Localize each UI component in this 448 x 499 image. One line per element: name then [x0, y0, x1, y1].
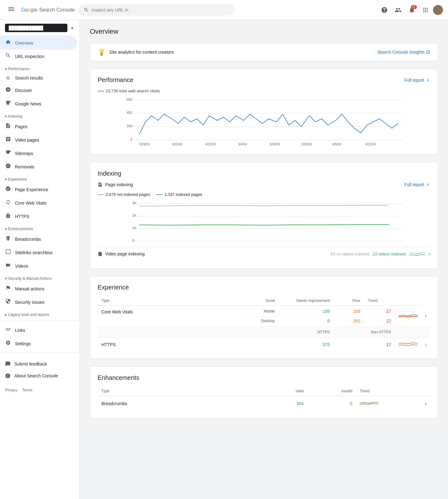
section-security[interactable]: ▾ Security & Manual Actions — [0, 273, 80, 282]
section-legacy[interactable]: ▸ Legacy tools and reports — [0, 309, 80, 318]
sidebar-item-https[interactable]: HTTPS — [0, 210, 77, 223]
indexing-chart: 3K 2K 1K 0 4/2/24 — [98, 201, 430, 244]
search-console-insights-link[interactable]: Search Console Insights — [377, 50, 430, 55]
sidebar-item-links[interactable]: Links — [0, 323, 77, 337]
svg-text:6/18/24: 6/18/24 — [357, 244, 368, 244]
help-button[interactable] — [378, 4, 391, 16]
url-search-bar[interactable] — [78, 4, 234, 16]
table-row: Breadcrumbs 364 0 — [98, 396, 430, 411]
desktop-good-cell: 0 — [279, 317, 334, 327]
enhancements-table-body: Breadcrumbs 364 0 — [98, 396, 430, 411]
no-videos-stat: 53 no videos indexed — [331, 252, 369, 256]
videos-enh-icon — [5, 262, 11, 269]
terms-link[interactable]: Terms — [22, 388, 32, 392]
performance-header: Performance Full report — [98, 76, 430, 84]
sidebar-item-google-news[interactable]: Google News — [0, 97, 77, 110]
https-poor-cell: 17 — [334, 338, 395, 351]
experience-table-head: Type Good Needs improvement Poor Trend — [98, 296, 430, 306]
page-index-icon — [98, 182, 103, 187]
core-web-vitals-label: Core Web Vitals — [15, 201, 46, 206]
overview-label: Overview — [15, 41, 33, 46]
topbar-icons: 97 — [378, 4, 443, 16]
cwv-trend-cell — [395, 306, 421, 327]
desktop-poor-val: 22 — [386, 318, 391, 323]
cwv-arrow-cell[interactable]: › — [421, 306, 430, 327]
sidebar-item-video-pages[interactable]: Video pages — [0, 133, 77, 147]
https-good-cell: 575 — [241, 338, 334, 351]
mobile-poor-cell: 27 — [364, 306, 395, 317]
https-arrow-cell[interactable]: › — [421, 338, 430, 351]
url-search-input[interactable] — [92, 7, 229, 12]
sidebar-item-removals[interactable]: Removals — [0, 160, 77, 173]
google-apps-button[interactable] — [419, 4, 432, 16]
submit-feedback-button[interactable]: Submit feedback — [5, 358, 75, 370]
property-label[interactable]: ████████████ — [5, 24, 67, 32]
video-trend-mini — [409, 251, 425, 257]
sidebar-item-discover[interactable]: Discover — [0, 84, 77, 97]
share-button[interactable] — [392, 4, 404, 16]
sidebar-item-page-experience[interactable]: Page Experience — [0, 183, 77, 196]
sitemaps-icon — [5, 150, 11, 157]
indexing-full-report-link[interactable]: Full report — [404, 182, 430, 187]
video-index-icon — [98, 251, 103, 256]
notifications-button[interactable]: 97 — [406, 4, 418, 16]
page-indexing-header: Page indexing Full report — [98, 182, 430, 187]
sidebar-item-breadcrumbs[interactable]: Breadcrumbs — [0, 232, 77, 246]
section-enhancements[interactable]: ▾ Enhancements — [0, 223, 80, 232]
video-indexing-arrow[interactable]: › — [429, 251, 430, 257]
svg-text:4/22/24: 4/22/24 — [205, 143, 216, 146]
svg-text:3/29/24: 3/29/24 — [139, 143, 150, 146]
cwv-trend-chart — [399, 312, 417, 319]
discover-label: Discover — [15, 88, 32, 93]
breadcrumbs-arrow-cell[interactable]: › — [421, 396, 430, 411]
performance-full-report-link[interactable]: Full report — [404, 78, 430, 83]
trend-header: Trend — [364, 296, 395, 306]
section-experience[interactable]: ▾ Experience — [0, 173, 80, 183]
sidebar-item-overview[interactable]: Overview — [0, 36, 77, 50]
chevron-performance: ▾ — [5, 67, 7, 71]
chevron-enhancements: ▾ — [5, 227, 7, 231]
mobile-sublabel: Mobile — [264, 309, 275, 313]
non-https-col-header: Non HTTPS — [334, 327, 395, 338]
performance-chart-svg: 600 400 200 0 3/29/24 4/10/24 4/22/24 5/… — [98, 97, 430, 147]
about-search-console-button[interactable]: About Search Console — [5, 370, 75, 382]
sidebar-item-pages[interactable]: Pages — [0, 120, 77, 133]
performance-legend-label: 23,730 total web search clicks — [106, 89, 160, 93]
breadcrumbs-arrow[interactable]: › — [425, 401, 426, 406]
user-avatar[interactable] — [433, 5, 443, 15]
menu-icon[interactable] — [5, 3, 17, 17]
section-indexing[interactable]: ▾ Indexing — [0, 110, 80, 120]
sidebar-item-url-inspection[interactable]: URL inspection — [0, 50, 77, 63]
experience-header-row: Type Good Needs improvement Poor Trend — [98, 296, 430, 306]
external-link-icon — [426, 50, 430, 54]
privacy-link[interactable]: Privacy — [5, 388, 17, 392]
breadcrumbs-valid-cell: 364 — [259, 396, 308, 411]
sidebar-item-search-results[interactable]: G Search results — [0, 72, 77, 84]
https-empty-type — [98, 327, 241, 338]
property-dropdown-icon[interactable]: ▾ — [70, 24, 75, 32]
sidebar-item-sitemaps[interactable]: Sitemaps — [0, 147, 77, 160]
pages-label: Pages — [15, 124, 27, 129]
cwv-arrow[interactable]: › — [425, 313, 426, 318]
sidebar-item-videos[interactable]: Videos — [0, 259, 77, 273]
indexing-chevron-icon — [425, 182, 430, 187]
experience-table-body: Core Web Vitals Mobile 189 169 27 — [98, 306, 430, 351]
sidebar-item-sitelinks-searchbox[interactable]: Sitelinks searchbox — [0, 246, 77, 259]
svg-text:0: 0 — [132, 239, 134, 242]
breadcrumbs-trend-chart — [360, 400, 378, 406]
property-selector[interactable]: ████████████ ▾ — [0, 20, 80, 36]
insights-link-text: Search Console Insights — [377, 50, 425, 55]
sidebar-item-settings[interactable]: Settings — [0, 337, 77, 350]
submit-feedback-label: Submit feedback — [14, 361, 47, 366]
sidebar-item-core-web-vitals[interactable]: Core Web Vitals — [0, 196, 77, 210]
video-indexing-row: Video page indexing 53 no videos indexed… — [98, 247, 430, 261]
https-arrow[interactable]: › — [425, 342, 426, 347]
enh-type-header: Type — [98, 386, 259, 396]
section-performance[interactable]: ▾ Performance — [0, 63, 80, 72]
sidebar-item-security-issues[interactable]: Security issues — [0, 295, 77, 309]
svg-rect-0 — [6, 250, 10, 254]
sitemaps-label: Sitemaps — [15, 151, 33, 156]
sidebar-item-manual-actions[interactable]: Manual actions — [0, 282, 77, 295]
sidebar: ████████████ ▾ Overview URL inspection ▾… — [0, 20, 80, 499]
mobile-label-cell: Mobile — [241, 306, 279, 317]
